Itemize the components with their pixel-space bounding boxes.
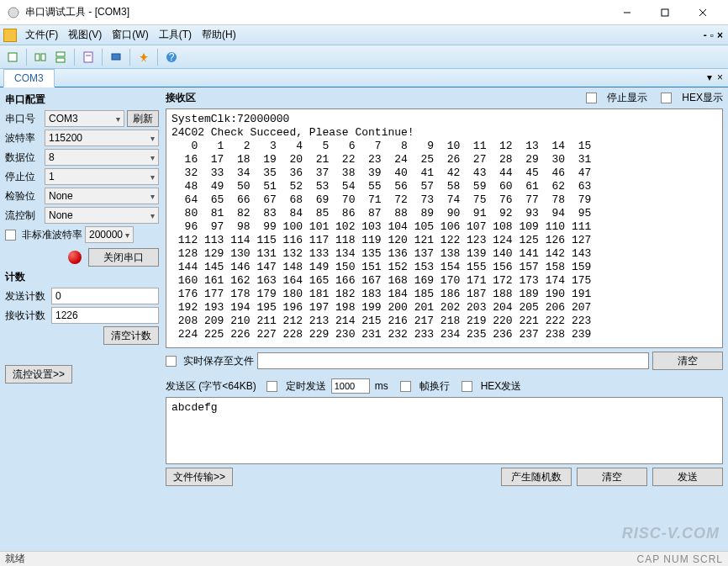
tool-new-icon[interactable] bbox=[3, 48, 22, 66]
svg-rect-5 bbox=[8, 53, 17, 61]
recv-title: 接收区 bbox=[166, 91, 196, 105]
send-count-label: 发送计数 bbox=[5, 289, 49, 304]
minimize-button[interactable] bbox=[608, 1, 646, 24]
baud-label: 波特率 bbox=[5, 131, 42, 145]
recv-count-value: 1226 bbox=[51, 307, 159, 324]
menu-help[interactable]: 帮助(H) bbox=[197, 25, 241, 45]
gen-random-button[interactable]: 产生随机数 bbox=[501, 468, 572, 486]
tab-close-icon[interactable]: × bbox=[717, 71, 723, 83]
stopbits-select[interactable]: 1 bbox=[45, 168, 159, 185]
svg-point-0 bbox=[8, 8, 18, 18]
stopbits-label: 停止位 bbox=[5, 170, 42, 184]
svg-rect-9 bbox=[56, 58, 65, 62]
svg-rect-6 bbox=[35, 54, 40, 61]
clear-count-button[interactable]: 清空计数 bbox=[103, 326, 159, 345]
tab-com3[interactable]: COM3 bbox=[3, 69, 55, 87]
nonstd-checkbox[interactable] bbox=[5, 230, 16, 241]
mdi-close-icon[interactable]: × bbox=[717, 29, 723, 41]
mdi-minimize-icon[interactable]: - bbox=[704, 29, 707, 41]
stop-display-label: 停止显示 bbox=[607, 91, 647, 105]
parity-select[interactable]: None bbox=[45, 188, 159, 204]
flow-select[interactable]: None bbox=[45, 207, 159, 224]
frame-wrap-checkbox[interactable] bbox=[400, 381, 411, 392]
send-button[interactable]: 发送 bbox=[652, 468, 723, 486]
svg-rect-12 bbox=[112, 54, 120, 60]
port-label: 串口号 bbox=[5, 112, 42, 126]
realtime-save-label: 实时保存至文件 bbox=[183, 354, 254, 368]
realtime-save-checkbox[interactable] bbox=[166, 356, 177, 367]
svg-rect-7 bbox=[41, 54, 45, 61]
send-textarea[interactable]: abcdefg bbox=[166, 397, 723, 464]
menu-file[interactable]: 文件(F) bbox=[20, 25, 63, 45]
recv-clear-button[interactable]: 清空 bbox=[652, 352, 723, 370]
status-ready: 就绪 bbox=[5, 552, 25, 566]
baud-select[interactable]: 115200 bbox=[45, 130, 159, 146]
timed-send-checkbox[interactable] bbox=[266, 381, 277, 392]
send-count-value: 0 bbox=[51, 288, 159, 304]
svg-text:?: ? bbox=[169, 51, 175, 63]
status-indicators: CAP NUM SCRL bbox=[637, 553, 723, 565]
hex-send-checkbox[interactable] bbox=[462, 381, 472, 392]
file-transfer-button[interactable]: 文件传输>> bbox=[166, 468, 233, 486]
window-title: 串口调试工具 - [COM3] bbox=[25, 5, 608, 19]
frame-wrap-label: 帧换行 bbox=[419, 379, 450, 394]
timed-unit-label: ms bbox=[375, 380, 388, 392]
databits-select[interactable]: 8 bbox=[45, 149, 159, 166]
stop-display-checkbox[interactable] bbox=[586, 93, 597, 103]
parity-label: 检验位 bbox=[5, 189, 42, 204]
save-path-input[interactable] bbox=[257, 352, 649, 369]
app-menu-icon[interactable] bbox=[3, 29, 17, 42]
tool-help-icon[interactable]: ? bbox=[162, 48, 181, 66]
app-icon bbox=[7, 6, 20, 19]
recv-count-label: 接收计数 bbox=[5, 309, 49, 323]
left-panel: 串口配置 串口号 COM3 刷新 波特率 115200 数据位 8 停止位 1 … bbox=[0, 87, 164, 551]
titlebar: 串口调试工具 - [COM3] bbox=[0, 0, 728, 25]
mdi-restore-icon[interactable]: ▫ bbox=[710, 29, 714, 41]
menu-view[interactable]: 视图(V) bbox=[63, 25, 107, 45]
maximize-button[interactable] bbox=[646, 1, 683, 24]
status-indicator-icon bbox=[68, 251, 82, 264]
port-select[interactable]: COM3 bbox=[45, 110, 124, 127]
hex-send-label: HEX发送 bbox=[481, 379, 522, 394]
menubar: 文件(F) 视图(V) 窗口(W) 工具(T) 帮助(H) - ▫ × bbox=[0, 25, 728, 45]
client-area: 串口配置 串口号 COM3 刷新 波特率 115200 数据位 8 停止位 1 … bbox=[0, 87, 728, 551]
tool-tile-v-icon[interactable] bbox=[51, 48, 70, 66]
count-title: 计数 bbox=[5, 270, 159, 284]
menu-tool[interactable]: 工具(T) bbox=[154, 25, 197, 45]
flow-settings-button[interactable]: 流控设置>> bbox=[5, 365, 72, 384]
toolbar: ? bbox=[0, 45, 728, 69]
tool-calc-icon[interactable] bbox=[79, 48, 98, 66]
svg-rect-8 bbox=[56, 52, 65, 56]
send-clear-button[interactable]: 清空 bbox=[577, 468, 647, 486]
menu-window[interactable]: 窗口(W) bbox=[107, 25, 153, 45]
right-panel: 接收区 停止显示 HEX显示 SystemClk:72000000 24C02 … bbox=[164, 87, 728, 551]
tabstrip: COM3 ▾ × bbox=[0, 69, 728, 87]
hex-display-label: HEX显示 bbox=[682, 91, 723, 105]
svg-rect-10 bbox=[84, 52, 92, 62]
config-title: 串口配置 bbox=[5, 93, 159, 107]
nonstd-label: 非标准波特率 bbox=[22, 228, 82, 242]
tool-screen-icon[interactable] bbox=[107, 48, 125, 66]
svg-marker-13 bbox=[140, 53, 148, 62]
timed-send-label: 定时发送 bbox=[286, 379, 326, 394]
refresh-button[interactable]: 刷新 bbox=[127, 110, 159, 127]
svg-rect-2 bbox=[662, 9, 668, 16]
close-port-button[interactable]: 关闭串口 bbox=[88, 248, 159, 267]
window-controls bbox=[608, 1, 721, 24]
statusbar: 就绪 CAP NUM SCRL bbox=[0, 551, 728, 566]
databits-label: 数据位 bbox=[5, 151, 42, 165]
timed-interval-input[interactable] bbox=[331, 378, 370, 394]
hex-display-checkbox[interactable] bbox=[661, 93, 672, 103]
close-button[interactable] bbox=[683, 1, 721, 24]
nonstd-select[interactable]: 200000 bbox=[85, 226, 134, 243]
receive-textarea[interactable]: SystemClk:72000000 24C02 Check Succeed, … bbox=[166, 108, 723, 348]
tool-pin-icon[interactable] bbox=[135, 48, 153, 66]
tab-dropdown-icon[interactable]: ▾ bbox=[707, 71, 712, 83]
flow-label: 流控制 bbox=[5, 209, 42, 223]
send-title: 发送区 (字节<64KB) bbox=[166, 379, 256, 394]
tool-tile-h-icon[interactable] bbox=[31, 48, 50, 66]
